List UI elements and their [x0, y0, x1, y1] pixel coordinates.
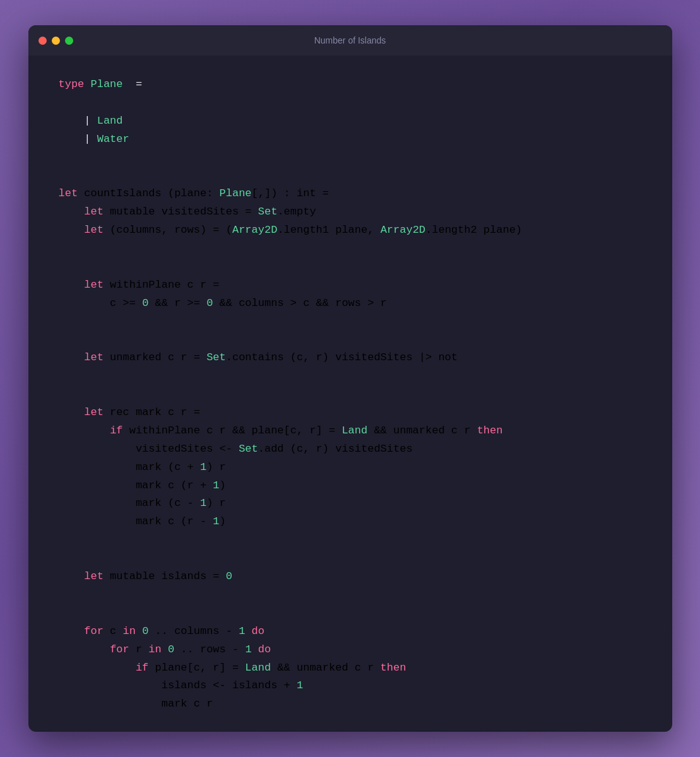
blank-line: [59, 713, 642, 732]
line-islands-incr: islands <- islands + 1: [59, 677, 642, 695]
maximize-button[interactable]: [65, 37, 73, 45]
blank-line: [59, 94, 642, 112]
blank-line: [59, 531, 642, 549]
traffic-lights: [39, 37, 73, 45]
line-water: | Water: [59, 131, 642, 149]
line-visited-update: visitedSites <- Set.add (c, r) visitedSi…: [59, 440, 642, 459]
titlebar: Number of Islands: [28, 25, 672, 56]
code-editor: type Plane = | Land | Water let countIsl…: [28, 56, 672, 732]
blank-line: [59, 313, 642, 331]
line-mark-c-r: mark c r: [59, 695, 642, 713]
blank-line: [59, 240, 642, 258]
blank-line: [59, 549, 642, 568]
line-mark-c-minus: mark (c - 1) r: [59, 495, 642, 513]
line-unmarked: let unmarked c r = Set.contains (c, r) v…: [59, 349, 642, 367]
line-mark-c-r-minus: mark c (r - 1): [59, 513, 642, 531]
blank-line: [59, 604, 642, 623]
line-type-plane: type Plane =: [59, 76, 642, 94]
line-visited-sites: let mutable visitedSites = Set.empty: [59, 203, 642, 221]
line-columns-rows: let (columns, rows) = (Array2D.length1 p…: [59, 221, 642, 240]
minimize-button[interactable]: [52, 37, 60, 45]
line-mark-c-plus: mark (c + 1) r: [59, 459, 642, 477]
line-land: | Land: [59, 112, 642, 131]
blank-line: [59, 331, 642, 349]
line-mark-c-r-plus: mark c (r + 1): [59, 477, 642, 495]
line-rec-mark: let rec mark c r =: [59, 404, 642, 422]
window: Number of Islands type Plane = | Land | …: [28, 25, 672, 732]
blank-line: [59, 385, 642, 404]
line-count-islands: let countIslands (plane: Plane[,]) : int…: [59, 185, 642, 203]
blank-line: [59, 367, 642, 385]
line-if-within: if withinPlane c r && plane[c, r] = Land…: [59, 422, 642, 440]
blank-line: [59, 149, 642, 167]
line-within-plane-body: c >= 0 && r >= 0 && columns > c && rows …: [59, 295, 642, 313]
blank-line: [59, 586, 642, 604]
line-for-r: for r in 0 .. rows - 1 do: [59, 641, 642, 659]
window-title: Number of Islands: [314, 35, 386, 45]
line-within-plane-decl: let withinPlane c r =: [59, 276, 642, 295]
blank-line: [59, 167, 642, 185]
line-islands-init: let mutable islands = 0: [59, 568, 642, 586]
line-if-plane: if plane[c, r] = Land && unmarked c r th…: [59, 659, 642, 678]
line-for-c: for c in 0 .. columns - 1 do: [59, 623, 642, 641]
blank-line: [59, 258, 642, 276]
close-button[interactable]: [39, 37, 47, 45]
